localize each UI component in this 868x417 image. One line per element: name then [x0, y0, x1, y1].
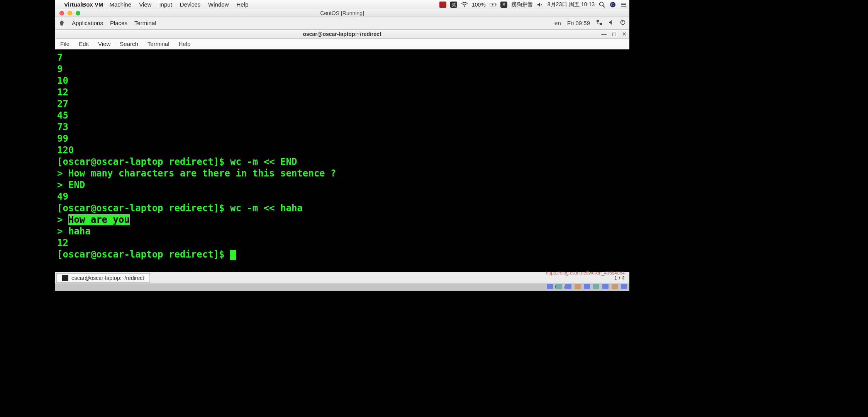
vb-optical-icon[interactable] — [556, 284, 562, 289]
terminal-cursor — [230, 250, 236, 260]
mac-menu-devices[interactable]: Devices — [180, 1, 200, 8]
term-menu-edit[interactable]: Edit — [79, 41, 89, 47]
term-menu-terminal[interactable]: Terminal — [147, 41, 170, 47]
svg-point-0 — [464, 6, 465, 7]
virtualbox-status-bar: Left at — [55, 283, 629, 291]
maximize-icon[interactable]: ◻ — [612, 31, 617, 37]
activities-icon[interactable] — [59, 20, 65, 26]
terminal-titlebar[interactable]: oscar@oscar-laptop:~/redirect — ◻ ✕ — [55, 29, 629, 39]
mac-menu-help[interactable]: Help — [236, 1, 248, 8]
terminal-menubar: File Edit View Search Terminal Help — [55, 39, 629, 49]
vb-audio-icon[interactable] — [565, 284, 571, 289]
mac-menubar: VirtualBox VM Machine View Input Devices… — [55, 0, 629, 9]
wifi-icon[interactable] — [461, 2, 468, 8]
mac-menu-machine[interactable]: Machine — [109, 1, 131, 8]
csdn-watermark: https://blog.csdn.net/weixin_43684054 — [546, 270, 625, 276]
svg-line-4 — [603, 6, 605, 8]
mac-app-name[interactable]: VirtualBox VM — [64, 1, 103, 8]
battery-icon[interactable] — [490, 2, 497, 8]
vm-window-title: CentOS [Running] — [55, 10, 629, 16]
term-menu-help[interactable]: Help — [179, 41, 191, 47]
output-line: 49 — [57, 191, 627, 202]
selected-text: How are you — [68, 214, 130, 225]
output-line: 9 — [57, 63, 627, 75]
close-icon[interactable]: ✕ — [622, 31, 627, 37]
mac-menu-window[interactable]: Window — [208, 1, 229, 8]
vb-record-icon[interactable] — [612, 284, 618, 289]
output-line: 10 — [57, 75, 627, 86]
terminal-window-title: oscar@oscar-laptop:~/redirect — [55, 31, 629, 37]
mac-menu-input[interactable]: Input — [159, 1, 172, 8]
letterbox-bottom — [55, 291, 629, 417]
output-line: 45 — [57, 110, 627, 121]
gnome-terminal-menu[interactable]: Terminal — [134, 20, 156, 26]
terminal-output-area[interactable]: 7 9 10 12 27 45 73 99 120 [oscar@oscar-l… — [55, 49, 629, 269]
term-menu-search[interactable]: Search — [120, 41, 138, 47]
vb-net-icon[interactable] — [575, 284, 581, 289]
battery-percent: 100% — [472, 2, 486, 8]
heredoc-line: > How are you — [57, 214, 627, 225]
gnome-lang[interactable]: en — [554, 20, 561, 26]
heredoc-line: > haha — [57, 225, 627, 237]
output-line: 120 — [57, 144, 627, 156]
term-menu-view[interactable]: View — [98, 41, 110, 47]
prompt-line: [oscar@oscar-laptop redirect]$ — [57, 249, 627, 260]
volume-icon[interactable] — [537, 2, 544, 8]
prompt-line: [oscar@oscar-laptop redirect]$ wc -m << … — [57, 202, 627, 214]
power-icon[interactable] — [620, 20, 626, 26]
vb-hdd-icon[interactable] — [547, 284, 553, 289]
output-line: 12 — [57, 86, 627, 98]
vb-usb-icon[interactable] — [584, 284, 590, 289]
ime-name[interactable]: 搜狗拼音 — [511, 1, 533, 8]
sound-icon[interactable] — [609, 20, 614, 26]
network-icon[interactable] — [596, 20, 602, 26]
vm-screen: VirtualBox VM Machine View Input Devices… — [55, 0, 629, 417]
svg-rect-2 — [496, 4, 496, 5]
vb-hostkey-icon[interactable] — [621, 284, 627, 289]
gnome-places[interactable]: Places — [110, 20, 127, 26]
svg-point-3 — [600, 2, 604, 6]
ime-switch-icon[interactable]: 英 — [450, 2, 457, 8]
output-line: 73 — [57, 121, 627, 133]
gnome-top-bar: Applications Places Terminal en Fri 09:5… — [55, 17, 629, 29]
vb-shared-icon[interactable] — [593, 284, 599, 289]
mac-clock[interactable]: 8月23日 周五 10:13 — [548, 1, 595, 8]
prompt-line: [oscar@oscar-laptop redirect]$ wc -m << … — [57, 156, 627, 168]
control-center-icon[interactable] — [620, 2, 627, 8]
gnome-applications[interactable]: Applications — [72, 20, 103, 26]
svg-rect-11 — [600, 23, 602, 25]
heredoc-line: > END — [57, 179, 627, 191]
mac-menu-view[interactable]: View — [139, 1, 151, 8]
output-line: 7 — [57, 52, 627, 63]
minimize-icon[interactable]: — — [601, 31, 607, 37]
status-indicator-icon[interactable] — [439, 2, 446, 8]
gnome-taskbar: oscar@oscar-laptop:~/redirect 1 / 4 — [55, 272, 629, 283]
term-menu-file[interactable]: File — [60, 41, 70, 47]
sogou-app-icon[interactable]: S — [500, 2, 507, 8]
vb-display-icon[interactable] — [602, 284, 609, 289]
terminal-app-icon — [62, 275, 68, 281]
output-line: 27 — [57, 98, 627, 110]
taskbar-window-label: oscar@oscar-laptop:~/redirect — [71, 275, 144, 281]
output-line: 12 — [57, 237, 627, 249]
taskbar-window-button[interactable]: oscar@oscar-laptop:~/redirect — [56, 273, 150, 283]
gnome-clock[interactable]: Fri 09:59 — [567, 20, 590, 26]
output-line: 99 — [57, 133, 627, 144]
vm-window-titlebar[interactable]: CentOS [Running] — [55, 9, 629, 17]
svg-rect-10 — [597, 20, 599, 22]
siri-icon[interactable] — [609, 2, 616, 8]
svg-point-5 — [610, 2, 615, 7]
spotlight-icon[interactable] — [598, 2, 605, 8]
heredoc-line: > How many characters are there in this … — [57, 168, 627, 179]
